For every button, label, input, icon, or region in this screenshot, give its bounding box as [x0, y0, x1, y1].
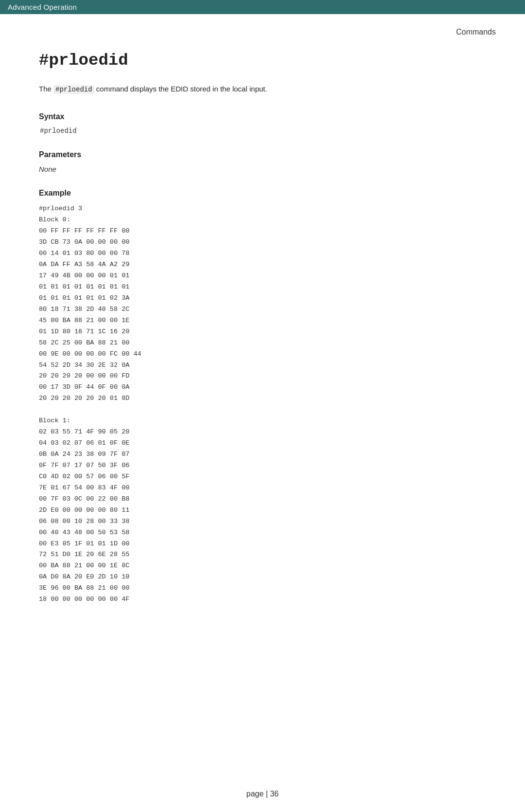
syntax-heading: Syntax: [39, 112, 486, 121]
page-label: page | 36: [246, 790, 279, 798]
parameters-value: None: [39, 165, 486, 173]
example-block: #prloedid 3 Block 0: 00 FF FF FF FF FF F…: [39, 203, 486, 605]
page-footer: page | 36: [0, 790, 525, 798]
description-code: #prloedid: [53, 85, 94, 94]
header-bar: Advanced Operation: [0, 0, 525, 14]
description: The #prloedid command displays the EDID …: [39, 83, 486, 95]
parameters-heading: Parameters: [39, 150, 486, 159]
description-suffix: command displays the EDID stored in the …: [94, 85, 267, 93]
description-prefix: The: [39, 85, 53, 93]
main-content: #prloedid The #prloedid command displays…: [0, 41, 525, 650]
header-title: Advanced Operation: [8, 3, 77, 11]
example-section: Example #prloedid 3 Block 0: 00 FF FF FF…: [39, 189, 486, 605]
commands-label: Commands: [0, 14, 525, 41]
parameters-section: Parameters None: [39, 150, 486, 173]
example-heading: Example: [39, 189, 486, 198]
page-title: #prloedid: [39, 51, 486, 70]
syntax-section: Syntax #prloedid: [39, 112, 486, 135]
syntax-code: #prloedid: [40, 127, 486, 135]
